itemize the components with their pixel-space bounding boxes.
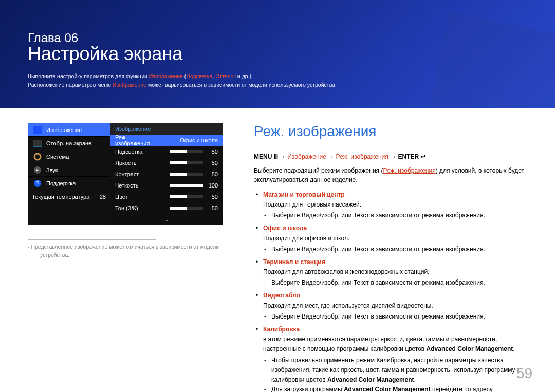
osd-row-tint: Тон (З/К)50	[110, 202, 223, 214]
divider	[28, 239, 156, 240]
slider	[170, 150, 203, 153]
mode-list: Магазин и торговый центрПодходит для тор…	[254, 190, 527, 392]
slider	[170, 161, 203, 164]
osd-sidebar-sound: Звук	[28, 163, 110, 177]
display-icon	[32, 139, 43, 148]
osd-sidebar-display: Отобр. на экране	[28, 137, 110, 150]
image-disclaimer: ‑ Представленное изображение может отлич…	[28, 243, 223, 259]
enter-icon: ↵	[421, 153, 426, 160]
slider	[170, 207, 203, 210]
banner-desc: Выполните настройку параметров для функц…	[28, 72, 555, 89]
slider	[170, 195, 203, 198]
svg-rect-1	[33, 140, 42, 147]
mode-calibration: Калибровка в этом режиме применяются пар…	[254, 325, 527, 392]
mode-videowall: ВидеотаблоПодходит для мест, где использ…	[254, 291, 527, 322]
svg-text:?: ?	[36, 181, 39, 186]
slider	[170, 173, 203, 176]
chapter-title: Настройка экрана	[28, 43, 555, 65]
help-icon: ?	[32, 179, 43, 188]
mode-office: Офис и школаПодходит для офисов и школ. …	[254, 223, 527, 254]
svg-rect-0	[33, 126, 42, 134]
osd-panel-title: Изображение	[110, 123, 223, 135]
osd-sidebar-system: Система	[28, 150, 110, 163]
gear-icon	[32, 152, 43, 161]
chevron-down-icon: ⌄	[110, 214, 223, 225]
osd-row-sharpness: Четкость100	[110, 180, 223, 191]
osd-screenshot: Изображение Отобр. на экране Система Зву…	[28, 123, 223, 225]
speaker-icon	[32, 165, 43, 175]
mode-shop: Магазин и торговый центрПодходит для тор…	[254, 190, 527, 221]
chapter-banner: Глава 06 Настройка экрана Выполните наст…	[0, 0, 555, 108]
intro-text: Выберите подходящий режим изображения (Р…	[254, 166, 527, 185]
slider	[170, 184, 203, 187]
osd-row-contrast: Контраст50	[110, 169, 223, 180]
menu-path: MENU Ⅲ → Изображение → Реж. изображения …	[254, 152, 527, 162]
section-title: Реж. изображения	[254, 123, 527, 140]
osd-sidebar-picture: Изображение	[28, 123, 110, 137]
osd-row-brightness: Яркость50	[110, 157, 223, 169]
picture-icon	[32, 125, 43, 135]
mode-terminal: Терминал и станцияПодходит для автовокза…	[254, 257, 527, 288]
osd-row-color: Цвет50	[110, 191, 223, 202]
menu-icon: Ⅲ	[274, 153, 278, 160]
osd-temperature: Текущая температура28	[28, 190, 110, 203]
osd-sidebar-support: ?Поддержка	[28, 177, 110, 190]
osd-row-backlight: Подсветка50	[110, 146, 223, 157]
osd-row-picmode: Реж. изображенияОфис и школа	[110, 135, 223, 146]
page-number: 59	[516, 365, 532, 382]
svg-point-2	[34, 154, 41, 160]
